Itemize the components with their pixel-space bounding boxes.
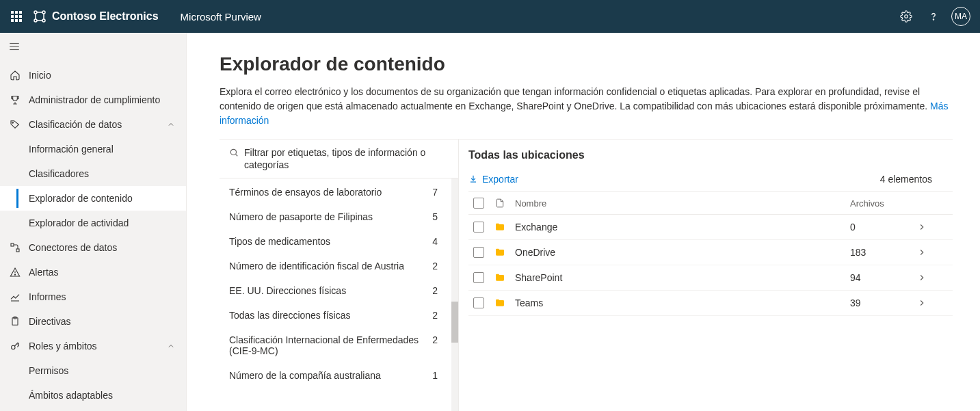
items-count: 4 elementos [880,174,932,185]
row-checkbox[interactable] [473,222,484,233]
classifier-label: Número de pasaporte de Filipinas [229,211,432,222]
svg-point-5 [933,19,933,20]
sidebar-item-permissions[interactable]: Permisos [0,358,186,383]
filter-input[interactable]: Filtrar por etiquetas, tipos de informac… [220,140,458,178]
sidebar-toggle-button[interactable] [0,33,186,60]
sidebar-item-home[interactable]: Inicio [0,63,186,88]
location-name: SharePoint [511,272,850,283]
chevron-right-icon[interactable] [912,248,932,257]
chevron-right-icon[interactable] [912,298,932,308]
svg-rect-11 [16,249,19,252]
locations-title: Todas las ubicaciones [468,140,953,171]
export-label: Exportar [482,174,518,185]
classifier-row[interactable]: EE. UU. Direcciones físicas2 [220,278,458,303]
sidebar-item-label: Explorador de contenido [29,193,186,204]
classifier-row[interactable]: Todas las direcciones físicas2 [220,303,458,328]
sidebar-item-roles-scopes[interactable]: Roles y ámbitos [0,334,186,358]
svg-point-4 [905,15,908,18]
sidebar-item-label: Clasificadores [29,168,186,179]
row-checkbox[interactable] [473,297,484,308]
sidebar-item-label: Administrador de cumplimiento [29,94,186,105]
classifier-row[interactable]: Número de pasaporte de Filipinas5 [220,204,458,229]
chevron-right-icon[interactable] [912,222,932,232]
folder-icon [489,222,511,233]
command-bar: Exportar 4 elementos [468,171,953,192]
classifier-row[interactable]: Número de identificación fiscal de Austr… [220,254,458,278]
row-checkbox[interactable] [473,247,484,258]
sidebar-item-policies[interactable]: Directivas [0,309,186,334]
page-description: Explora el correo electrónico y los docu… [220,85,953,128]
top-header: Contoso Electronics Microsoft Purview MA [0,0,980,33]
sidebar-item-compliance-manager[interactable]: Administrador de cumplimiento [0,88,186,112]
classifier-row[interactable]: Términos de ensayos de laboratorio7 [220,180,458,204]
brand-name[interactable]: Contoso Electronics [52,10,159,23]
scrollbar[interactable] [451,178,458,411]
nav: Inicio Administrador de cumplimiento Cla… [0,60,186,411]
location-name: Teams [511,297,850,308]
sidebar-item-classifiers[interactable]: Clasificadores [0,161,186,186]
location-row[interactable]: Teams 39 [468,291,953,316]
svg-point-0 [34,11,37,14]
svg-point-13 [14,274,15,275]
sidebar-item-label: Alertas [29,267,186,278]
classifier-count: 1 [432,370,438,381]
location-name: OneDrive [511,247,850,258]
classifier-count: 5 [432,211,438,222]
classifier-pane: Filtrar por etiquetas, tipos de informac… [220,140,459,411]
sidebar-item-overview[interactable]: Información general [0,137,186,161]
location-row[interactable]: Exchange 0 [468,215,953,240]
chevron-right-icon[interactable] [912,273,932,282]
select-all-checkbox[interactable] [473,198,484,209]
classifier-row[interactable]: Tipos de medicamentos4 [220,229,458,254]
classifier-label: Número de identificación fiscal de Austr… [229,261,432,271]
svg-point-17 [230,149,236,155]
sidebar-item-label: Conectores de datos [29,242,186,253]
sidebar-item-data-classification[interactable]: Clasificación de datos [0,112,186,137]
brand-icon [33,10,47,23]
classifier-row[interactable]: Clasificación Internacional de Enfermeda… [220,328,458,363]
classifier-count: 4 [432,236,438,247]
page-description-text: Explora el correo electrónico y los docu… [220,86,930,111]
sidebar-item-reports[interactable]: Informes [0,284,186,309]
help-icon [927,10,940,23]
sidebar-item-activity-explorer[interactable]: Explorador de actividad [0,211,186,235]
help-button[interactable] [920,0,947,33]
filter-placeholder: Filtrar por etiquetas, tipos de informac… [244,146,451,171]
classifier-label: Términos de ensayos de laboratorio [229,187,432,198]
classifier-count: 2 [432,334,438,345]
export-button[interactable]: Exportar [468,174,518,185]
svg-rect-10 [11,243,14,246]
sidebar-item-alerts[interactable]: Alertas [0,260,186,284]
avatar[interactable]: MA [951,7,970,26]
sidebar-item-content-explorer[interactable]: Explorador de contenido [0,186,186,211]
classifier-count: 2 [432,310,438,321]
sidebar-item-label: Roles y ámbitos [29,341,165,352]
sidebar-item-label: Información general [29,144,186,155]
table-header: Nombre Archivos [468,192,953,215]
product-name: Microsoft Purview [181,11,261,23]
svg-point-16 [12,345,15,349]
sidebar-item-data-connectors[interactable]: Conectores de datos [0,235,186,260]
classifier-row[interactable]: Número de la compañía australiana1 [220,363,458,388]
scrollbar-thumb[interactable] [451,302,458,343]
location-row[interactable]: SharePoint 94 [468,265,953,291]
row-checkbox[interactable] [473,272,484,283]
settings-button[interactable] [892,0,920,33]
svg-point-3 [42,19,45,22]
document-icon [489,198,511,208]
folder-icon [489,247,511,258]
column-header-name[interactable]: Nombre [511,198,850,209]
clipboard-icon [8,315,22,328]
trophy-icon [8,93,22,107]
sidebar-item-label: Directivas [29,316,186,327]
location-row[interactable]: OneDrive 183 [468,240,953,265]
page-title: Explorador de contenido [220,53,953,75]
classifier-list[interactable]: Términos de ensayos de laboratorio7Númer… [220,178,458,411]
app-launcher-button[interactable] [5,5,27,27]
column-header-files[interactable]: Archivos [850,198,912,209]
sidebar-item-adaptive-scopes[interactable]: Ámbitos adaptables [0,383,186,408]
alert-icon [8,265,22,279]
sidebar-item-label: Inicio [29,70,186,81]
location-name: Exchange [511,222,850,233]
sidebar: Inicio Administrador de cumplimiento Cla… [0,33,187,411]
